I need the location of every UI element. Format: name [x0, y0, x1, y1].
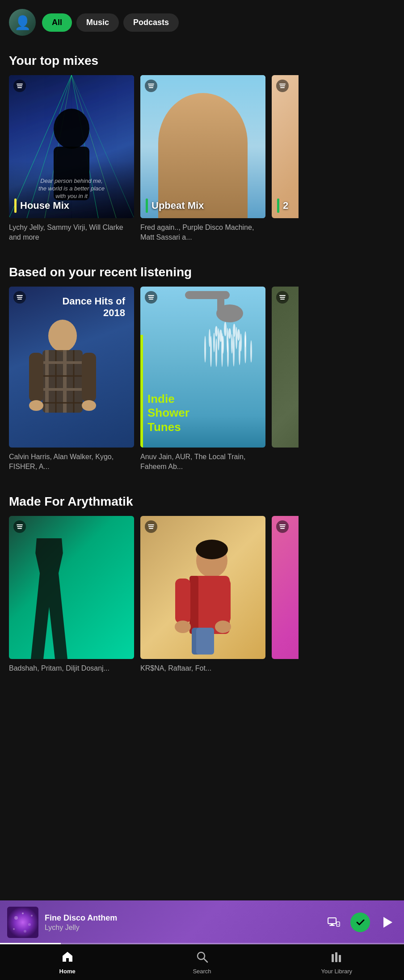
indie-shower-subtitle: Anuv Jain, AUR, The Local Train, Faheem …	[140, 448, 265, 472]
svg-point-45	[233, 334, 235, 367]
made-for-image-1	[9, 516, 134, 659]
house-mix-label: House Mix	[9, 194, 134, 218]
partial-recent-spotify-badge	[276, 291, 289, 304]
upbeat-mix-spotify-badge	[145, 80, 157, 92]
now-playing-controls	[324, 912, 397, 932]
made-for-image-2	[140, 516, 265, 659]
made-for-1-spotify-badge	[13, 520, 26, 533]
upbeat-mix-image: Upbeat Mix	[140, 75, 265, 218]
svg-point-40	[204, 336, 206, 363]
svg-point-70	[338, 924, 339, 925]
now-playing-info: Fine Disco Anthem Lychy Jelly	[45, 913, 317, 932]
now-playing-bar[interactable]: Fine Disco Anthem Lychy Jelly	[0, 900, 404, 944]
nav-item-library[interactable]: Your Library	[269, 946, 404, 979]
top-mix-card-3-partial[interactable]: 2	[272, 75, 299, 243]
svg-point-28	[228, 328, 231, 339]
svg-point-25	[215, 326, 218, 337]
dance-hits-image: Dance Hits of2018	[9, 287, 134, 448]
svg-point-6	[54, 109, 89, 149]
house-mix-image: Dear person behind me,the world is a bet…	[9, 75, 134, 218]
indie-shower-image: IndieShowerTunes	[140, 287, 265, 448]
svg-point-37	[236, 327, 237, 349]
svg-point-56	[215, 621, 231, 633]
recent-listening-title: Based on your recent listening	[0, 252, 404, 287]
svg-point-30	[237, 329, 240, 341]
made-for-2-subtitle: KR$NA, Raftaar, Fot...	[140, 659, 265, 673]
search-icon	[196, 950, 208, 966]
svg-point-44	[227, 340, 229, 367]
indie-stripe	[140, 335, 143, 448]
svg-rect-52	[189, 576, 198, 634]
svg-point-46	[239, 340, 240, 365]
svg-point-36	[231, 334, 233, 354]
upbeat-mix-label: Upbeat Mix	[140, 194, 265, 218]
svg-rect-19	[82, 353, 96, 402]
svg-point-33	[218, 328, 219, 351]
svg-rect-18	[29, 353, 43, 402]
svg-point-42	[215, 338, 217, 367]
dance-hits-spotify-badge	[13, 291, 26, 304]
home-icon	[61, 950, 74, 966]
svg-rect-76	[339, 955, 341, 962]
nav-library-label: Your Library	[321, 968, 353, 975]
filter-music[interactable]: Music	[76, 13, 119, 32]
nav-search-label: Search	[193, 968, 211, 975]
svg-point-29	[233, 324, 236, 337]
upbeat-mix-card[interactable]: Upbeat Mix Fred again.., Purple Disco Ma…	[140, 75, 265, 243]
indie-shower-spotify-badge	[145, 291, 157, 304]
house-mix-label-text: House Mix	[20, 200, 69, 211]
svg-rect-75	[335, 952, 337, 962]
now-playing-artist: Lychy Jelly	[45, 924, 317, 932]
top-mixes-section: Your top mixes	[0, 40, 404, 243]
svg-point-8	[48, 320, 77, 352]
filter-all[interactable]: All	[42, 13, 72, 32]
house-mix-spotify-badge	[13, 80, 26, 92]
svg-point-48	[250, 340, 252, 363]
svg-rect-58	[196, 628, 214, 655]
avatar[interactable]	[9, 9, 36, 36]
svg-point-21	[82, 400, 96, 411]
made-for-1-subtitle: Badshah, Pritam, Diljit Dosanj...	[9, 659, 134, 673]
filter-podcasts[interactable]: Podcasts	[123, 13, 179, 32]
made-for-card-1[interactable]: Badshah, Pritam, Diljit Dosanj...	[9, 516, 134, 673]
made-for-card-2[interactable]: KR$NA, Raftaar, Fot...	[140, 516, 265, 673]
made-for-cards: Badshah, Pritam, Diljit Dosanj...	[0, 516, 404, 673]
svg-point-60	[14, 916, 18, 920]
svg-point-27	[224, 322, 227, 336]
saved-icon[interactable]	[350, 912, 370, 932]
svg-point-64	[13, 928, 15, 930]
connect-device-icon[interactable]	[324, 912, 343, 932]
svg-line-73	[204, 959, 207, 962]
house-mix-accent	[14, 199, 17, 213]
recent-listening-section: Based on your recent listening Dance Hit…	[0, 252, 404, 472]
made-for-2-spotify-badge	[145, 520, 157, 533]
indie-title-overlay: IndieShowerTunes	[147, 392, 189, 434]
made-for-card-3-partial[interactable]	[272, 516, 299, 673]
dance-hits-subtitle: Calvin Harris, Alan Walker, Kygo, FISHER…	[9, 448, 134, 472]
made-for-section: Made For Arythmatik Badshah, Pritam, Dil…	[0, 481, 404, 673]
recent-listening-cards: Dance Hits of2018	[0, 287, 404, 472]
made-for-figure-1	[18, 538, 80, 659]
svg-point-50	[196, 540, 228, 559]
svg-point-65	[24, 930, 26, 933]
svg-point-63	[31, 915, 33, 917]
svg-point-61	[28, 923, 31, 926]
nav-home-label: Home	[59, 968, 76, 975]
upbeat-mix-label-text: Upbeat Mix	[152, 200, 204, 211]
svg-point-32	[213, 333, 215, 352]
svg-rect-54	[215, 579, 231, 623]
recent-card-3-partial[interactable]	[272, 287, 299, 472]
nav-item-search[interactable]: Search	[135, 946, 269, 979]
house-mix-subtitle: Lychy Jelly, Sammy Virji, Will Clarke an…	[9, 218, 134, 243]
indie-shower-card[interactable]: IndieShowerTunes Anuv Jain, AUR, The Loc…	[140, 287, 265, 472]
partial-made-for-spotify-badge	[276, 520, 289, 533]
svg-rect-24	[217, 295, 224, 314]
made-for-title: Made For Arythmatik	[0, 481, 404, 516]
nav-item-home[interactable]: Home	[0, 946, 135, 979]
svg-rect-66	[328, 918, 336, 924]
play-button[interactable]	[377, 912, 397, 932]
dance-hits-card[interactable]: Dance Hits of2018	[9, 287, 134, 472]
bottom-nav: Home Search Your Library	[0, 944, 404, 980]
house-mix-card[interactable]: Dear person behind me,the world is a bet…	[9, 75, 134, 243]
svg-rect-59	[7, 907, 38, 938]
